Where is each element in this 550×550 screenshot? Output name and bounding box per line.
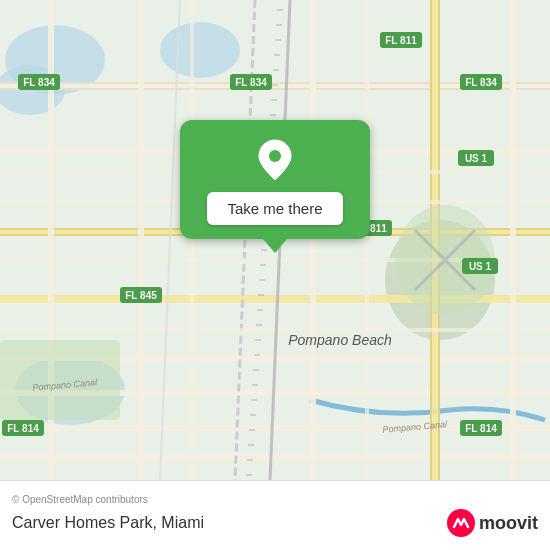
map-attribution: © OpenStreetMap contributors [12,494,538,505]
svg-point-93 [269,150,281,162]
map-tooltip: Take me there [180,120,370,239]
svg-text:FL 814: FL 814 [7,423,39,434]
location-pin-icon [253,138,297,182]
svg-text:US 1: US 1 [465,153,488,164]
svg-text:FL 834: FL 834 [23,77,55,88]
svg-text:Pompano Beach: Pompano Beach [288,332,392,348]
svg-rect-25 [510,0,516,480]
svg-point-3 [160,22,240,78]
moovit-text: moovit [479,513,538,534]
tooltip-tail [263,239,287,253]
svg-text:FL 834: FL 834 [465,77,497,88]
svg-text:FL 811: FL 811 [385,35,417,46]
svg-rect-27 [365,0,369,480]
moovit-icon [447,509,475,537]
svg-text:US 1: US 1 [469,261,492,272]
location-name: Carver Homes Park, Miami [12,514,204,532]
svg-text:FL 845: FL 845 [125,290,157,301]
svg-text:FL 834: FL 834 [235,77,267,88]
moovit-logo: moovit [447,509,538,537]
svg-rect-21 [310,0,316,480]
svg-rect-19 [138,0,144,480]
map-container: FL 834 FL 811 FL 834 FL 834 FL 811 US 1 … [0,0,550,480]
bottom-bar: © OpenStreetMap contributors Carver Home… [0,480,550,550]
svg-rect-17 [0,455,550,461]
take-me-there-button[interactable]: Take me there [207,192,342,225]
svg-rect-26 [190,0,194,480]
svg-text:FL 814: FL 814 [465,423,497,434]
